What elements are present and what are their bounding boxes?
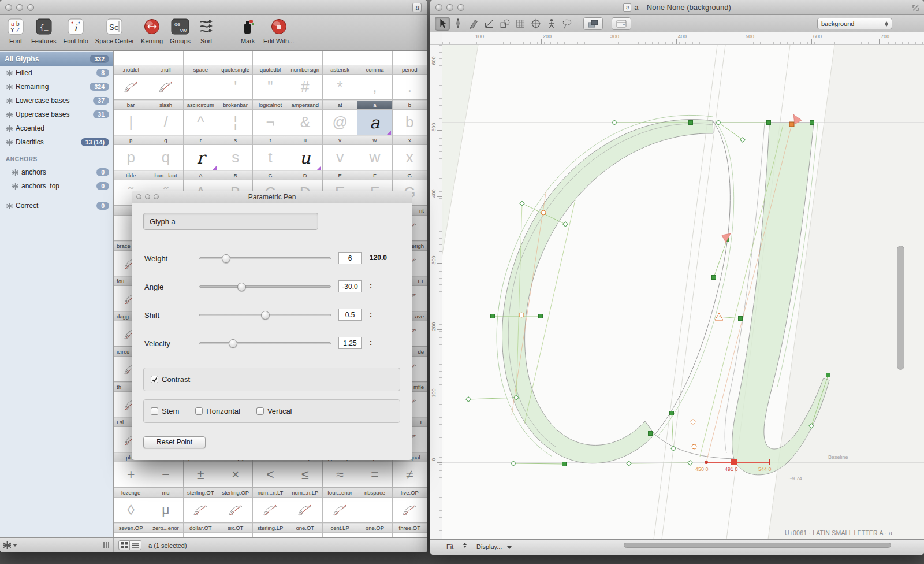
glyph-cell-zero...erior[interactable]: zero...erior xyxy=(148,524,183,537)
oncurve-point[interactable] xyxy=(689,121,693,125)
dialog-titlebar[interactable]: Parametric Pen xyxy=(132,191,412,203)
oncurve-point[interactable] xyxy=(826,373,830,377)
toolbar-kerning-button[interactable]: Kerning xyxy=(141,16,163,44)
layers-button[interactable] xyxy=(583,17,603,30)
sidebar-item-filled[interactable]: Filled8 xyxy=(0,66,113,80)
dialog-zoom-button[interactable] xyxy=(154,194,159,199)
sidebar-item-uppercase-bases[interactable]: Uppercase bases31 xyxy=(0,107,113,121)
oncurve-point[interactable] xyxy=(739,317,743,321)
glyph-cell-slash[interactable]: slash/ xyxy=(148,101,183,136)
toolbar-edit-with-button[interactable]: Edit With... xyxy=(263,16,294,44)
dialog-minimize-button[interactable] xyxy=(145,194,150,199)
angle-value-field[interactable]: -30.0 xyxy=(338,280,362,292)
shift-slider-thumb[interactable] xyxy=(261,311,270,320)
toolbar-mark-button[interactable]: Mark xyxy=(239,16,256,44)
selected-anchor-point[interactable] xyxy=(731,459,737,465)
grid-view-button[interactable] xyxy=(118,540,130,550)
fit-stepper-icon[interactable] xyxy=(463,543,467,548)
oncurve-point[interactable] xyxy=(491,314,495,318)
add-group-button[interactable] xyxy=(3,541,17,549)
angle-slider[interactable] xyxy=(199,285,331,288)
grid-tool[interactable] xyxy=(513,17,528,31)
curve-point[interactable] xyxy=(519,313,524,317)
offcurve-point[interactable] xyxy=(627,461,631,466)
glyph-cell-space[interactable]: space xyxy=(184,65,218,101)
glyph-cell-q[interactable]: qq xyxy=(148,136,183,171)
offcurve-point[interactable] xyxy=(716,120,721,125)
glyph-cell-one.OP[interactable]: one.OP xyxy=(357,524,392,537)
sidebar-item-accented[interactable]: Accented xyxy=(0,121,113,135)
glyph-cell-sterling.OP[interactable]: sterling.OP xyxy=(218,488,253,524)
glyph-cell-mu[interactable]: muμ xyxy=(148,488,183,524)
bowl-stroke-band[interactable] xyxy=(502,120,713,463)
pen-tool[interactable] xyxy=(450,17,465,31)
glyph-cell-r[interactable]: rr xyxy=(184,136,218,171)
toolbar-features-button[interactable]: {_Features xyxy=(31,16,56,44)
offcurve-point[interactable] xyxy=(671,446,676,451)
oncurve-point[interactable] xyxy=(810,121,814,125)
oncurve-point[interactable] xyxy=(562,462,567,466)
glyph-cell-asterisk[interactable]: asterisk* xyxy=(323,65,357,101)
glyph-cell-.notdef[interactable]: .notdef xyxy=(114,65,148,101)
figure-tool[interactable] xyxy=(544,17,559,31)
angle-slider-thumb[interactable] xyxy=(237,283,246,291)
sidebar-item-anchors-top[interactable]: anchors_top0 xyxy=(0,179,113,193)
offcurve-point[interactable] xyxy=(740,138,745,142)
glyph-cell-lozenge[interactable]: lozenge◊ xyxy=(114,488,148,524)
velocity-slider-thumb[interactable] xyxy=(229,339,237,348)
glyph-cell-asciicircum[interactable]: asciicircum^ xyxy=(184,101,218,136)
zoom-button[interactable] xyxy=(457,4,464,11)
offcurve-point[interactable] xyxy=(466,397,471,402)
lasso-tool[interactable] xyxy=(560,17,575,31)
glyph-cell-bar[interactable]: bar| xyxy=(114,101,148,136)
glyph-cell-t[interactable]: tt xyxy=(253,136,288,171)
curve-point[interactable] xyxy=(691,420,695,424)
glyph-name-field[interactable]: Glyph a xyxy=(143,213,318,230)
sidebar-item-remaining[interactable]: Remaining324 xyxy=(0,80,113,94)
fit-control[interactable]: Fit xyxy=(446,543,453,550)
zoom-button[interactable] xyxy=(27,4,34,11)
horizontal-checkbox[interactable] xyxy=(195,407,203,415)
glyph-cell-a[interactable]: aa xyxy=(357,101,392,136)
glyph-cell-ampersand[interactable]: ampersand& xyxy=(288,101,323,136)
display-menu[interactable]: Display... xyxy=(476,543,502,550)
oncurve-point[interactable] xyxy=(539,314,543,318)
sidebar-item-correct[interactable]: Correct0 xyxy=(0,199,113,213)
glyph-cell-three.OT[interactable]: three.OT xyxy=(393,524,427,537)
glyph-cell-quotesingle[interactable]: quotesingle' xyxy=(218,65,253,101)
glyph-cell-w[interactable]: ww xyxy=(357,136,392,171)
glyph-cell-logicalnot[interactable]: logicalnot¬ xyxy=(253,101,288,136)
shift-slider[interactable] xyxy=(199,314,331,316)
expand-icon[interactable] xyxy=(912,4,919,12)
glyph-cell-seven.OP[interactable]: seven.OP xyxy=(114,524,148,537)
vertical-scrollbar[interactable] xyxy=(897,246,904,370)
sidebar-item-all-glyphs[interactable]: All Glyphs332 xyxy=(0,52,113,66)
glyph-cell-b[interactable]: bb xyxy=(393,101,427,136)
toolbar-sort-button[interactable]: Sort xyxy=(198,16,215,44)
select-tool[interactable] xyxy=(435,17,450,31)
glyph-cell-one.OT[interactable]: one.OT xyxy=(288,524,323,537)
reset-point-button[interactable]: Reset Point xyxy=(143,436,206,448)
selected-point[interactable] xyxy=(789,122,794,127)
oncurve-point[interactable] xyxy=(670,411,674,415)
sidebar-item-lowercase-bases[interactable]: Lowercase bases37 xyxy=(0,94,113,107)
list-view-button[interactable] xyxy=(130,540,141,550)
canvas-area[interactable]: Baseline 450 0 491 xyxy=(442,45,924,539)
glyph-cell-five.OP[interactable]: five.OP xyxy=(393,488,427,524)
sidebar-item-diacritics[interactable]: Diacritics13 (14) xyxy=(0,135,113,149)
stem-checkbox[interactable] xyxy=(151,407,158,415)
card-button[interactable] xyxy=(612,17,631,30)
offcurve-point[interactable] xyxy=(612,120,617,125)
weight-value-field[interactable]: 6 xyxy=(338,252,362,264)
columns-icon[interactable] xyxy=(103,541,110,549)
glyph-cell-sterling.OT[interactable]: sterling.OT xyxy=(184,488,218,524)
close-button[interactable] xyxy=(5,4,12,11)
glyph-cell-sterling.LP[interactable]: sterling.LP xyxy=(253,524,288,537)
glyph-cell-nbspace[interactable]: nbspace xyxy=(357,488,392,524)
glyph-cell-brokenbar[interactable]: brokenbar¦ xyxy=(218,101,253,136)
glyph-cell-period[interactable]: period. xyxy=(393,65,427,101)
velocity-value-field[interactable]: 1.25 xyxy=(338,337,362,349)
glyph-cell-p[interactable]: pp xyxy=(114,136,148,171)
curve-point[interactable] xyxy=(692,444,696,449)
dialog-close-button[interactable] xyxy=(136,194,141,199)
